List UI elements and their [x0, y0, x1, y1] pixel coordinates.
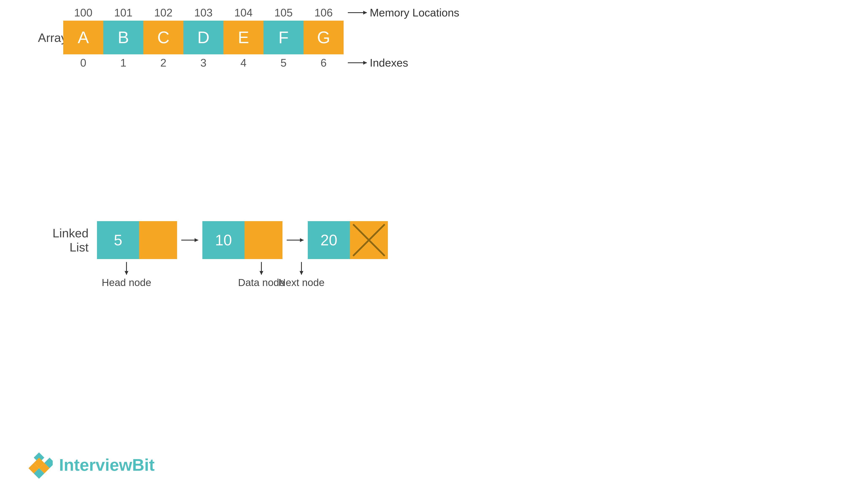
- idx-6: 6: [304, 56, 344, 69]
- mem-addr-106: 106: [304, 6, 344, 19]
- memory-labels-row: 100 101 102 103 104 105 106 Memory Locat…: [63, 6, 834, 19]
- interviewbit-logo-icon: [25, 451, 53, 479]
- array-row: Array A B C D E F G: [38, 21, 834, 54]
- logo-section: InterviewBit: [25, 451, 155, 479]
- idx-4: 4: [223, 56, 263, 69]
- array-section: 100 101 102 103 104 105 106 Memory Locat…: [38, 6, 834, 69]
- array-cell-C: C: [143, 21, 184, 54]
- head-node-label: Head node: [102, 277, 151, 288]
- indexes-text: Indexes: [370, 56, 408, 69]
- next-node-label-group: Next node: [282, 262, 321, 288]
- memory-locations-text: Memory Locations: [370, 6, 459, 19]
- ll-arrow-2: [287, 240, 304, 240]
- spacer-1: [148, 262, 240, 288]
- head-node-label-group: Head node: [105, 262, 148, 288]
- idx-0: 0: [63, 56, 103, 69]
- ll-node-3: 20: [308, 221, 388, 259]
- data-node-arrow: [261, 262, 262, 275]
- ll-node-1: 5: [97, 221, 177, 259]
- memory-arrow: Memory Locations: [348, 6, 459, 19]
- index-labels-row: 0 1 2 3 4 5 6 Indexes: [63, 56, 834, 69]
- idx-1: 1: [103, 56, 143, 69]
- null-x-icon: [350, 221, 388, 259]
- linked-list-section: Linked List 5 10 20: [38, 221, 388, 288]
- head-node-arrow: [126, 262, 127, 275]
- mem-addr-104: 104: [223, 6, 263, 19]
- index-arrow: Indexes: [348, 56, 408, 69]
- array-label: Array: [38, 31, 63, 44]
- idx-2: 2: [143, 56, 184, 69]
- ll-connector-1: [177, 240, 202, 240]
- array-cell-D: D: [184, 21, 223, 54]
- mem-addr-102: 102: [143, 6, 184, 19]
- next-node-label: Next node: [278, 277, 325, 288]
- mem-addr-105: 105: [263, 6, 304, 19]
- mem-addr-101: 101: [103, 6, 143, 19]
- logo-interview: Interview: [59, 455, 132, 474]
- ll-nodes: 5 10 20: [97, 221, 388, 259]
- ll-connector-2: [282, 240, 308, 240]
- ll-label: Linked List: [38, 226, 97, 254]
- ll-node-3-data: 20: [308, 221, 350, 259]
- array-cells: A B C D E F G: [63, 21, 344, 54]
- logo-bit: Bit: [132, 455, 155, 474]
- idx-3: 3: [184, 56, 223, 69]
- logo-text: InterviewBit: [59, 455, 155, 475]
- mem-addr-103: 103: [184, 6, 223, 19]
- ll-node-2: 10: [202, 221, 282, 259]
- ll-node-3-next-null: [350, 221, 388, 259]
- ll-node-2-next: [244, 221, 282, 259]
- data-node-label-group: Data node: [240, 262, 282, 288]
- array-cell-A: A: [63, 21, 103, 54]
- data-node-label: Data node: [238, 277, 285, 288]
- ll-row: Linked List 5 10 20: [38, 221, 388, 259]
- ll-arrow-1: [181, 240, 198, 240]
- array-cell-G: G: [304, 21, 344, 54]
- array-cell-E: E: [223, 21, 263, 54]
- next-node-arrow: [301, 262, 302, 275]
- ll-node-1-next: [139, 221, 177, 259]
- index-arrow-line: [348, 62, 367, 63]
- ll-node-1-data: 5: [97, 221, 139, 259]
- mem-addr-100: 100: [63, 6, 103, 19]
- array-cell-F: F: [263, 21, 304, 54]
- ll-node-labels-container: Head node Data node Next node: [105, 262, 388, 288]
- ll-node-2-data: 10: [202, 221, 244, 259]
- array-cell-B: B: [103, 21, 143, 54]
- memory-arrow-line: [348, 12, 367, 13]
- idx-5: 5: [263, 56, 304, 69]
